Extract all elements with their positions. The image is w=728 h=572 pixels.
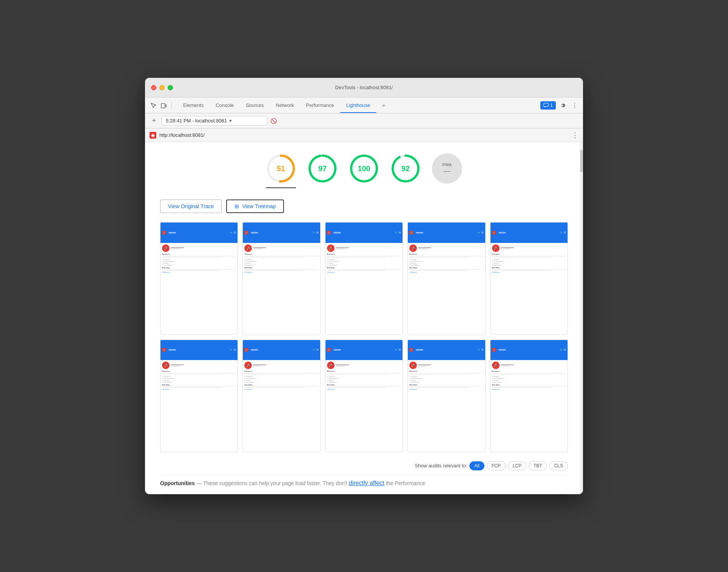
- main-content: 51 97: [145, 142, 583, 494]
- inspector-url: http://localhost:8081/: [159, 132, 569, 138]
- opportunities-separator: —: [196, 480, 203, 486]
- screenshot-thumb: 🚀 🐦 ⊞ 🚀 Resources ☐ Treebu: [242, 340, 320, 452]
- screenshot-thumb: 🚀 🐦 ⊞ 🚀 Resources ☐ Treebu: [407, 222, 485, 335]
- devtools-toolbar: Elements Console Sources Network Perform…: [145, 97, 583, 113]
- score-pwa: PWA —: [432, 153, 462, 188]
- score-circle-pwa: PWA —: [432, 153, 462, 184]
- scrollbar-thumb[interactable]: [580, 150, 583, 172]
- add-icon[interactable]: +: [150, 116, 159, 125]
- screenshot-thumb: 🚀 🐦 ⊞ 🚀 Resources ☐ Treebu: [490, 340, 568, 452]
- view-original-trace-button[interactable]: View Original Trace: [160, 199, 222, 213]
- score-underline-performance: [266, 187, 296, 188]
- score-best-practices: 100: [349, 153, 379, 188]
- tab-sources[interactable]: Sources: [240, 97, 270, 113]
- screenshot-thumb: 🚀 🐦 ⊞ 🚀 Resources ☐ Treebu: [325, 340, 403, 452]
- devtools-window: DevTools - localhost:8081/ Elements Cons…: [145, 78, 583, 494]
- view-treemap-button[interactable]: ⊞ View Treemap: [226, 199, 284, 213]
- audit-filter-label: Show audits relevant to:: [415, 463, 467, 468]
- tab-more[interactable]: »: [376, 97, 391, 113]
- screenshot-thumb: 🚀 🐦 ⊞ 🚀 Resources ☐ Treebu: [490, 222, 568, 335]
- screenshot-thumb: 🚀 🐦 ⊞ 🚀 Resources ☐ Treebu: [407, 340, 485, 452]
- treemap-icon: ⊞: [234, 203, 239, 209]
- maximize-button[interactable]: [168, 85, 173, 90]
- score-circle-performance: 51: [266, 153, 296, 184]
- score-seo: 92: [390, 153, 421, 188]
- device-toggle-icon[interactable]: [159, 100, 169, 111]
- score-circle-accessibility: 97: [307, 153, 338, 184]
- inspect-icon[interactable]: [148, 100, 159, 111]
- tab-lighthouse[interactable]: Lighthouse: [340, 97, 376, 113]
- nav-tabs: Elements Console Sources Network Perform…: [177, 97, 391, 113]
- scores-row: 51 97: [160, 150, 568, 188]
- url-bar: + 5:28:41 PM - localhost:8081 ▾ 🚫: [145, 113, 583, 128]
- url-input[interactable]: 5:28:41 PM - localhost:8081 ▾: [162, 116, 267, 125]
- audit-filter: Show audits relevant to: All FCP LCP TBT…: [160, 461, 568, 470]
- action-buttons: View Original Trace ⊞ View Treemap: [160, 199, 568, 213]
- screenshot-thumb: 🚀 🐦 ⊞ 🚀 Resources ☐ Treebu: [242, 222, 320, 335]
- svg-rect-0: [161, 104, 165, 108]
- opportunities-desc-after: the Performance: [386, 480, 425, 486]
- score-circle-seo: 92: [390, 153, 421, 184]
- title-bar: DevTools - localhost:8081/: [145, 78, 583, 97]
- tab-network[interactable]: Network: [270, 97, 300, 113]
- opportunities-desc-before: These suggestions can help your page loa…: [203, 480, 347, 486]
- score-value-accessibility: 97: [318, 164, 327, 173]
- score-value-seo: 92: [401, 164, 410, 173]
- screenshot-grid: 🚀 🐦 ⊞ 🚀 Resources ☐ Treebu: [160, 222, 568, 452]
- tab-performance[interactable]: Performance: [300, 97, 340, 113]
- filter-all-button[interactable]: All: [469, 461, 484, 470]
- filter-lcp-button[interactable]: LCP: [508, 461, 526, 470]
- inspector-menu-icon[interactable]: ⋮: [572, 131, 578, 139]
- svg-rect-1: [165, 105, 167, 107]
- minimize-button[interactable]: [159, 85, 165, 90]
- score-value-performance: 51: [277, 164, 285, 173]
- scrollbar-track: [580, 142, 583, 494]
- score-circle-best-practices: 100: [349, 153, 379, 184]
- screenshot-thumb: 🚀 🐦 ⊞ 🚀 Resources ☐ Treebu: [160, 222, 238, 335]
- block-icon[interactable]: 🚫: [270, 118, 277, 124]
- inspector-panel: http://localhost:8081/ ⋮ 51: [145, 128, 583, 494]
- inspector-toolbar: http://localhost:8081/ ⋮: [145, 128, 583, 142]
- score-accessibility: 97: [307, 153, 338, 188]
- opportunities-section: Opportunities — These suggestions can he…: [160, 475, 568, 487]
- svg-marker-3: [151, 133, 155, 138]
- lighthouse-logo-icon: [150, 132, 156, 139]
- score-value-best-practices: 100: [358, 164, 370, 173]
- settings-icon[interactable]: [557, 100, 568, 111]
- screenshot-thumb: 🚀 🐦 ⊞ 🚀 Resources ☐ Treebu: [160, 340, 238, 452]
- toolbar-separator: [171, 102, 172, 109]
- devtools-menu-icon[interactable]: ⋮: [569, 100, 580, 111]
- toolbar-right: 1 ⋮: [540, 100, 580, 111]
- opportunities-link[interactable]: directly affect: [349, 480, 384, 486]
- svg-rect-2: [544, 103, 548, 107]
- tab-console[interactable]: Console: [210, 97, 240, 113]
- score-performance: 51: [266, 153, 296, 188]
- window-title: DevTools - localhost:8081/: [335, 85, 393, 90]
- filter-fcp-button[interactable]: FCP: [487, 461, 506, 470]
- filter-cls-button[interactable]: CLS: [549, 461, 568, 470]
- window-controls: [151, 85, 173, 90]
- opportunities-title: Opportunities: [160, 480, 195, 486]
- chat-button[interactable]: 1: [540, 101, 556, 110]
- screenshot-thumb: 🚀 🐦 ⊞ 🚀 Resources ☐ Treebu: [325, 222, 403, 335]
- tab-elements[interactable]: Elements: [177, 97, 210, 113]
- filter-tbt-button[interactable]: TBT: [529, 461, 547, 470]
- close-button[interactable]: [151, 85, 156, 90]
